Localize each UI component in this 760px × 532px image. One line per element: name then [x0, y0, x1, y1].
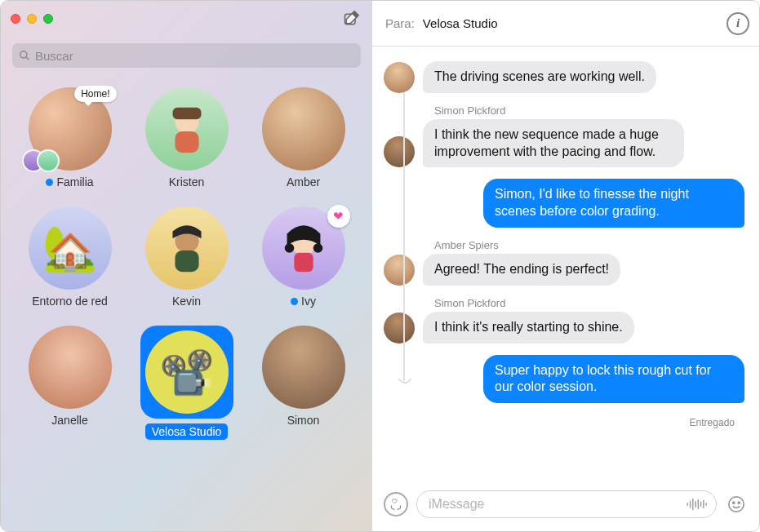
- svg-rect-3: [172, 108, 201, 120]
- chat-label: Amber: [287, 175, 320, 188]
- sender-name: Simon Pickford: [434, 104, 684, 117]
- chat-label: Janelle: [51, 414, 87, 427]
- avatar: [29, 326, 112, 409]
- apps-icon: [389, 498, 402, 511]
- avatar: 🏡: [29, 206, 112, 290]
- unread-indicator: [46, 179, 53, 186]
- close-window-button[interactable]: [11, 14, 20, 24]
- chat-label: Velosa Studio: [145, 423, 229, 440]
- message-row: Super happy to lock this rough cut for o…: [382, 355, 749, 404]
- chat-label: Ivy: [291, 295, 316, 308]
- sender-name: Simon Pickford: [434, 297, 634, 309]
- chat-cell-familia[interactable]: Home! Familia: [14, 87, 126, 188]
- message-thread[interactable]: The driving scenes are working well. Sim…: [372, 47, 759, 487]
- details-button[interactable]: i: [727, 12, 749, 35]
- search-wrap: [1, 37, 372, 79]
- avatar: [262, 326, 345, 409]
- sender-avatar[interactable]: [384, 136, 415, 167]
- message-bubble[interactable]: I think the new sequence made a huge imp…: [423, 119, 684, 168]
- chat-cell-simon[interactable]: Simon: [247, 326, 359, 440]
- voice-memo-icon[interactable]: [687, 497, 708, 512]
- chat-label: Entorno de red: [32, 295, 108, 308]
- svg-point-1: [20, 51, 27, 58]
- sender-avatar[interactable]: [384, 255, 415, 286]
- group-member-avatars: [22, 149, 51, 172]
- chat-cell-ivy[interactable]: ❤︎ Ivy: [247, 206, 359, 308]
- tapback-heart-icon: ❤︎: [327, 205, 350, 228]
- compose-button[interactable]: [341, 9, 361, 29]
- svg-point-20: [733, 502, 735, 503]
- avatar: 📽️: [145, 330, 229, 414]
- chat-label: Familia: [46, 175, 93, 188]
- message-row: Amber Spiers Agreed! The ending is perfe…: [382, 239, 749, 286]
- avatar: [145, 87, 229, 171]
- chat-cell-amber[interactable]: Amber: [247, 87, 359, 188]
- message-row: Simon, I'd like to finesse the night sce…: [382, 179, 749, 228]
- house-icon: 🏡: [42, 223, 97, 274]
- svg-point-9: [313, 243, 322, 253]
- avatar: [262, 87, 345, 171]
- sender-avatar[interactable]: [384, 62, 415, 93]
- projector-icon: 📽️: [159, 347, 214, 398]
- message-field[interactable]: [416, 490, 717, 518]
- chat-label: Simon: [287, 414, 320, 427]
- emoji-button[interactable]: [725, 493, 748, 516]
- pinned-speech-bubble: Home!: [74, 86, 116, 102]
- minimize-window-button[interactable]: [27, 14, 37, 24]
- unread-indicator: [291, 298, 298, 305]
- search-icon: [19, 50, 30, 61]
- conversation-header: Para: Velosa Studio i: [372, 1, 759, 47]
- chat-cell-kevin[interactable]: Kevin: [131, 206, 242, 308]
- apps-button[interactable]: [384, 492, 408, 516]
- emoji-icon: [727, 495, 745, 513]
- chat-cell-janelle[interactable]: Janelle: [14, 326, 126, 440]
- chat-label: Kristen: [169, 175, 205, 188]
- message-bubble[interactable]: I think it's really starting to shine.: [423, 312, 634, 344]
- composer: [372, 487, 759, 531]
- sender-avatar[interactable]: [384, 313, 415, 344]
- delivered-status: Entregado: [382, 415, 749, 428]
- window-controls: [11, 14, 53, 24]
- message-bubble[interactable]: Super happy to lock this rough cut for o…: [483, 355, 744, 404]
- recipient-name[interactable]: Velosa Studio: [423, 16, 498, 30]
- search-input[interactable]: [35, 49, 354, 63]
- svg-rect-10: [294, 253, 313, 272]
- search-field[interactable]: [12, 43, 361, 68]
- info-icon: i: [736, 16, 740, 30]
- chat-label: Kevin: [172, 295, 201, 308]
- messages-window: Home! Familia Kristen: [0, 0, 760, 532]
- chat-cell-kristen[interactable]: Kristen: [131, 87, 242, 188]
- svg-point-8: [284, 243, 294, 253]
- conversation-grid: Home! Familia Kristen: [1, 79, 372, 531]
- avatar: [145, 206, 229, 290]
- message-row: The driving scenes are working well.: [382, 61, 749, 93]
- svg-point-21: [738, 502, 740, 503]
- message-row: Simon Pickford I think the new sequence …: [382, 104, 749, 168]
- fullscreen-window-button[interactable]: [43, 14, 53, 24]
- chat-cell-entorno[interactable]: 🏡 Entorno de red: [14, 206, 126, 308]
- message-bubble[interactable]: Agreed! The ending is perfect!: [423, 254, 620, 286]
- message-bubble[interactable]: The driving scenes are working well.: [423, 61, 656, 93]
- message-bubble[interactable]: Simon, I'd like to finesse the night sce…: [483, 179, 744, 228]
- svg-point-19: [729, 497, 744, 512]
- compose-icon: [343, 11, 359, 27]
- chat-cell-velosa-studio[interactable]: 📽️ Velosa Studio: [131, 326, 242, 440]
- thread-timeline: [403, 92, 405, 381]
- message-input[interactable]: [429, 497, 680, 512]
- svg-rect-6: [175, 250, 198, 272]
- titlebar: [1, 1, 372, 37]
- conversation-pane: Para: Velosa Studio i The driving scenes…: [372, 1, 759, 531]
- to-label: Para:: [385, 16, 415, 30]
- svg-rect-4: [175, 131, 198, 153]
- sender-name: Amber Spiers: [434, 239, 620, 251]
- message-row: Simon Pickford I think it's really start…: [382, 297, 749, 344]
- sidebar: Home! Familia Kristen: [1, 1, 372, 531]
